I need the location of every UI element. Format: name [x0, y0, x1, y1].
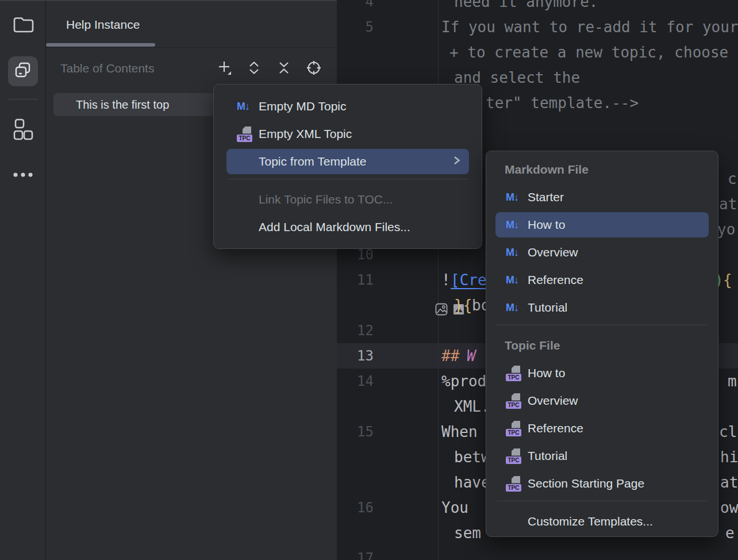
- window-top-edge: [0, 0, 337, 1]
- menu-item-topic-from-template[interactable]: Topic from Template: [226, 149, 469, 174]
- menu-item-label: Link Topic Files to TOC...: [259, 193, 393, 206]
- code-text: m: [728, 369, 737, 394]
- line-number: 14: [337, 369, 374, 394]
- expand-all-button[interactable]: [246, 61, 262, 77]
- menu-item-label: Empty MD Topic: [259, 99, 347, 113]
- more-ellipsis-icon: [11, 171, 34, 181]
- submenu-item-md-tutorial[interactable]: M↓ Tutorial: [495, 295, 709, 320]
- submenu-item-md-how-to[interactable]: M↓ How to: [495, 212, 709, 237]
- topic-file-icon: TPC: [237, 126, 252, 142]
- folder-icon: [12, 14, 34, 37]
- topic-file-icon: TPC: [506, 476, 521, 492]
- submenu-item-tpc-how-to[interactable]: TPC How to: [495, 360, 709, 386]
- topic-file-icon: TPC: [506, 393, 521, 409]
- collapse-all-button[interactable]: [276, 61, 292, 77]
- submenu-item-tpc-tutorial[interactable]: TPC Tutorial: [495, 443, 709, 469]
- submenu-item-md-overview[interactable]: M↓ Overview: [495, 240, 709, 265]
- submenu-item-md-reference[interactable]: M↓ Reference: [495, 267, 709, 293]
- menu-item-label: How to: [528, 218, 565, 232]
- locate-selected-button[interactable]: [306, 61, 322, 77]
- project-tool-button[interactable]: [8, 11, 38, 41]
- menu-item-label: Tutorial: [528, 301, 567, 314]
- menu-item-label: Reference: [528, 421, 583, 435]
- code-text: yo: [717, 217, 735, 242]
- menu-item-label: Tutorial: [528, 449, 567, 463]
- menu-item-empty-md-topic[interactable]: M↓ Empty MD Topic: [226, 94, 469, 119]
- code-heading-marker: ##: [441, 343, 459, 369]
- code-text: %prod: [441, 369, 486, 394]
- submenu-item-tpc-overview[interactable]: TPC Overview: [495, 388, 709, 413]
- line-number: 4: [337, 0, 374, 14]
- line-number: 12: [337, 318, 374, 343]
- line-number: 5: [337, 14, 374, 40]
- image-preview-gutter-icon[interactable]: [380, 273, 394, 287]
- menu-separator: [497, 325, 708, 325]
- topic-file-icon: TPC: [506, 448, 521, 464]
- editor-line[interactable]: 17: [337, 546, 738, 560]
- submenu-item-tpc-reference[interactable]: TPC Reference: [495, 416, 709, 441]
- structure-tool-button[interactable]: [8, 116, 38, 146]
- menu-item-label: Customize Templates...: [528, 515, 653, 528]
- topic-file-icon: TPC: [506, 366, 521, 381]
- toc-tree-item-label: This is the first top: [76, 93, 169, 116]
- code-text: {: [723, 267, 732, 293]
- menu-item-label: Overview: [528, 246, 578, 259]
- submenu-item-md-starter[interactable]: M↓ Starter: [495, 185, 709, 210]
- tool-window-tab-help-instance[interactable]: Help Instance: [66, 18, 140, 32]
- code-text: XML.: [454, 394, 490, 419]
- menu-item-empty-xml-topic[interactable]: TPC Empty XML Topic: [226, 121, 469, 147]
- image-file-gutter-icon[interactable]: [398, 273, 412, 287]
- code-text: need it anymore.: [454, 0, 598, 14]
- menu-item-link-topic-files[interactable]: Link Topic Files to TOC...: [226, 187, 469, 212]
- menu-item-label: Topic from Template: [259, 155, 367, 168]
- markdown-file-icon: M↓: [237, 101, 249, 113]
- topic-file-icon: TPC: [506, 421, 521, 436]
- code-text: If you want to re-add it for your: [441, 14, 738, 40]
- code-text: sem: [454, 520, 481, 546]
- locate-target-icon: [306, 60, 322, 78]
- code-text: cl: [719, 419, 737, 444]
- line-number: 11: [337, 267, 374, 293]
- code-heading-text: W: [467, 343, 476, 369]
- submenu-item-customize-templates[interactable]: Customize Templates...: [495, 509, 709, 534]
- collapse-all-icon: [276, 60, 291, 78]
- code-text: ow: [720, 495, 738, 520]
- editor-line[interactable]: 5 If you want to re-add it for your: [337, 14, 738, 40]
- submenu-section-header: Markdown File: [495, 157, 709, 182]
- more-tool-windows-button[interactable]: [8, 161, 38, 191]
- code-text: at: [720, 470, 738, 495]
- code-text: }{: [454, 293, 472, 318]
- line-number: 16: [337, 495, 374, 520]
- toc-tree-item-selected[interactable]: This is the first top: [53, 93, 215, 116]
- topic-from-template-submenu: Markdown File M↓ Starter M↓ How to M↓ Ov…: [486, 151, 718, 537]
- code-text: ter" template.-->: [486, 90, 639, 116]
- add-topic-context-menu: M↓ Empty MD Topic TPC Empty XML Topic To…: [213, 84, 482, 249]
- menu-item-label: How to: [528, 366, 565, 380]
- menu-item-label: Starter: [528, 190, 564, 204]
- code-link[interactable]: [Cre: [451, 267, 487, 293]
- code-text: c: [728, 166, 737, 191]
- code-text: You: [441, 495, 468, 520]
- plus-dropdown-icon: [216, 60, 232, 78]
- code-text: !: [441, 267, 451, 293]
- menu-item-add-local-markdown[interactable]: Add Local Markdown Files...: [226, 214, 469, 240]
- add-topic-button[interactable]: [216, 61, 232, 77]
- submenu-item-tpc-section-starting-page[interactable]: TPC Section Starting Page: [495, 471, 709, 496]
- menu-separator: [228, 179, 468, 179]
- line-number: 15: [337, 419, 374, 444]
- instances-icon: [14, 61, 32, 82]
- expand-all-icon: [247, 60, 262, 78]
- writerside-instances-tool-button[interactable]: [8, 56, 38, 86]
- line-number-current: 13: [337, 343, 374, 369]
- menu-item-label: Add Local Markdown Files...: [259, 220, 410, 234]
- markdown-file-icon: M↓: [506, 219, 518, 231]
- editor-line[interactable]: 4 need it anymore.: [337, 0, 738, 14]
- markdown-file-icon: M↓: [506, 247, 518, 259]
- code-text: hi: [720, 444, 738, 470]
- editor-line[interactable]: + to create a new topic, choose: [337, 40, 738, 65]
- submenu-arrow-icon: [453, 154, 461, 170]
- menu-item-label: Section Starting Page: [528, 477, 644, 490]
- stripe-divider: [8, 99, 38, 99]
- markdown-file-icon: M↓: [506, 274, 518, 286]
- toc-section-title: Table of Contents: [60, 62, 154, 75]
